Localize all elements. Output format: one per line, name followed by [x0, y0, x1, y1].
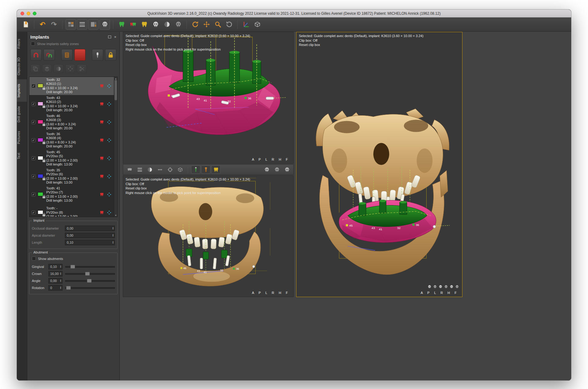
jaw-red-green-button[interactable] — [43, 49, 55, 61]
delete-implant-icon[interactable] — [100, 84, 104, 88]
skull-posterior-icon[interactable] — [433, 285, 437, 289]
implant-screw-button[interactable] — [191, 166, 200, 174]
tab-text[interactable]: Text — [17, 148, 27, 164]
scrollbar-thumb[interactable] — [115, 80, 117, 100]
implant-list-item[interactable]: ✓ Tooth: 43K3610 (2)(3.60 × 10.00 × 3.24… — [29, 95, 114, 113]
list-scrollbar[interactable]: ▲ ▼ — [114, 77, 117, 217]
zoom-window-button[interactable] — [33, 12, 36, 15]
redo-button[interactable]: ↷ — [49, 19, 59, 30]
abutment-button[interactable] — [201, 166, 210, 174]
close-window-button[interactable] — [21, 12, 24, 15]
implant-visible-checkbox[interactable]: ✓ — [32, 174, 36, 178]
rotation-input[interactable]: 0▲▼ — [48, 285, 62, 291]
tab-objects-3d[interactable]: Objects 3D — [17, 53, 27, 79]
skull-anterior-icon[interactable] — [428, 285, 432, 289]
export-door-button[interactable] — [61, 49, 73, 61]
implant-list-item[interactable]: ✓ Tooth: 41PV20xx (7)(2.00 × 13.00 × 2.0… — [29, 185, 114, 204]
tab-drill-guide[interactable]: Drill guide — [17, 102, 27, 127]
implant-color-swatch[interactable] — [38, 102, 44, 106]
implant-list-item[interactable]: ✓ Tooth: 35PV20xx (6)(2.00 × 13.00 × 2.0… — [29, 167, 114, 185]
implant-list-item[interactable]: ✓ Tooth: 36K3608 (4)(3.60 × 8.00 × 3.24)… — [29, 131, 114, 149]
slider-thumb[interactable] — [85, 272, 90, 276]
implant-visible-checkbox[interactable]: ✓ — [32, 138, 36, 142]
implant-list-item[interactable]: ✓ Tooth: 46K3608 (3)(3.60 × 8.00 × 3.24)… — [29, 113, 114, 131]
slider-thumb[interactable] — [66, 286, 71, 290]
jaw-red-button[interactable] — [30, 49, 42, 61]
occlusal-diameter-input[interactable]: 0,00▲▼ — [65, 226, 115, 231]
record-button[interactable] — [74, 49, 86, 61]
skull-left-icon[interactable] — [439, 285, 443, 289]
gingival-input[interactable]: 0,10▲▼ — [48, 264, 62, 269]
model-teeth-green-button[interactable] — [116, 19, 127, 30]
angle-input[interactable]: 0,00▲▼ — [48, 278, 62, 284]
model-skull-button[interactable] — [150, 19, 161, 30]
orbit-button[interactable] — [224, 19, 234, 30]
slice-view-button[interactable] — [135, 166, 144, 174]
layout-quad-button[interactable] — [66, 19, 76, 30]
rotate-button[interactable] — [190, 19, 200, 30]
layout-main-side-button[interactable] — [88, 19, 99, 30]
layout-single-button[interactable] — [100, 19, 110, 30]
length-input[interactable]: 0,10▲▼ — [65, 240, 115, 245]
lock-implants-button[interactable] — [105, 49, 116, 61]
implant-color-swatch[interactable] — [38, 210, 44, 215]
implant-visible-checkbox[interactable]: ✓ — [32, 193, 36, 196]
delete-implant-icon[interactable] — [100, 210, 104, 215]
viewport-bone-guide[interactable]: 45 43 41 32 36 Selected: Guide complet a… — [296, 32, 462, 297]
layout-rows-button[interactable] — [77, 19, 87, 30]
measure-axes-button[interactable] — [241, 19, 251, 30]
skull-foot-icon[interactable] — [455, 285, 459, 289]
open-patient-button[interactable] — [21, 19, 31, 30]
gingival-slider[interactable] — [65, 266, 115, 268]
implant-visible-checkbox[interactable]: ✓ — [32, 84, 36, 88]
delete-implant-icon[interactable] — [100, 156, 104, 161]
implant-pin-button[interactable] — [92, 49, 103, 61]
apical-diameter-input[interactable]: 0,00▲▼ — [65, 233, 115, 238]
crown-input[interactable]: 16,00▲▼ — [48, 271, 62, 276]
layers-button[interactable] — [42, 64, 52, 73]
skull-model[interactable]: 46 43 41 32 36 — [123, 176, 293, 297]
spinner[interactable]: ▲▼ — [112, 241, 114, 244]
implant-color-swatch[interactable] — [38, 192, 44, 197]
implant-visible-checkbox[interactable]: ✓ — [32, 211, 36, 215]
implant-color-swatch[interactable] — [38, 84, 44, 88]
model-tooth-gold-button[interactable] — [139, 19, 149, 30]
angle-slider[interactable] — [65, 280, 115, 282]
delete-implant-icon[interactable] — [100, 120, 104, 124]
move-implant-button[interactable] — [65, 64, 75, 73]
delete-implant-icon[interactable] — [100, 138, 104, 143]
implant-color-swatch[interactable] — [38, 120, 44, 124]
spinner[interactable]: ▲▼ — [112, 227, 114, 230]
undo-button[interactable]: ↶ — [37, 19, 48, 30]
delete-implant-icon[interactable] — [100, 192, 104, 197]
implant-list-item[interactable]: ✓ Tooth: -PV20xx (8)(2.00 × 13.00 × 2.00… — [29, 204, 114, 217]
implant-color-swatch[interactable] — [38, 156, 44, 161]
implant-visible-checkbox[interactable]: ✓ — [32, 156, 36, 160]
tab-filters[interactable]: Filters — [17, 34, 27, 53]
move-implant-icon[interactable] — [107, 84, 111, 88]
tooth-gold-button[interactable] — [211, 166, 221, 174]
move-implant-icon[interactable] — [107, 120, 111, 124]
points-view-button[interactable] — [155, 166, 164, 174]
model-sphere-button[interactable] — [162, 19, 172, 30]
cut-button[interactable] — [77, 64, 87, 73]
implant-visible-checkbox[interactable]: ✓ — [32, 102, 36, 106]
scroll-down-button[interactable]: ▼ — [115, 214, 117, 217]
skull-right-icon[interactable] — [444, 285, 448, 289]
implant-visible-checkbox[interactable]: ✓ — [32, 120, 36, 124]
slider-thumb[interactable] — [87, 279, 92, 283]
skull-left-button[interactable] — [272, 166, 281, 174]
crown-slider[interactable] — [65, 273, 115, 275]
panel-undock-button[interactable] — [108, 36, 111, 38]
clip-box-button[interactable] — [252, 19, 262, 30]
implant-color-swatch[interactable] — [38, 174, 44, 179]
slider-thumb[interactable] — [70, 265, 75, 269]
mandible-guide-model[interactable]: 46 43 41 32 36 — [123, 32, 293, 163]
mirror-button[interactable] — [54, 64, 63, 73]
delete-implant-icon[interactable] — [100, 102, 104, 106]
spinner[interactable]: ▲▼ — [112, 234, 114, 237]
show-abutments-checkbox[interactable] — [32, 257, 36, 261]
move-implant-icon[interactable] — [107, 210, 111, 215]
implant-list-item[interactable]: ✓ Tooth: 32K3610 (1)(3.60 × 10.00 × 3.24… — [29, 77, 114, 95]
scroll-up-button[interactable]: ▲ — [115, 77, 117, 80]
